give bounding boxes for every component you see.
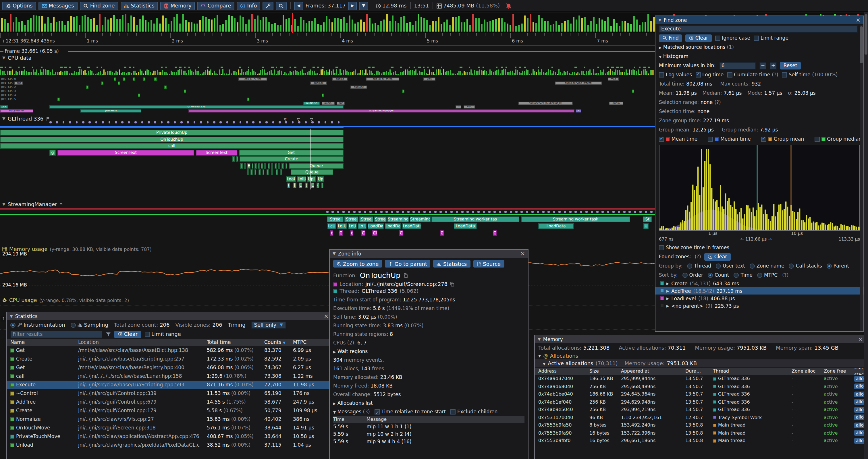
cpu-zone-chip[interactable] (154, 77, 157, 81)
log-values-checkbox[interactable]: Log values (659, 72, 692, 77)
cpu-zone-chip[interactable] (114, 77, 116, 81)
frame-bar[interactable] (377, 25, 379, 32)
message-dot[interactable] (369, 211, 371, 213)
frame-bar[interactable] (153, 24, 155, 32)
frame-bar[interactable] (237, 22, 239, 32)
limit-range-checkbox[interactable]: Limit range (754, 35, 788, 41)
message-dot[interactable] (531, 211, 533, 213)
frame-bar[interactable] (343, 17, 345, 32)
info-button[interactable]: Info (237, 1, 260, 10)
frame-bar[interactable] (645, 22, 646, 32)
message-dot[interactable] (108, 121, 110, 123)
message-dot[interactable] (456, 211, 458, 213)
message-dot[interactable] (239, 121, 241, 123)
frame-bar[interactable] (139, 19, 141, 32)
frame-menu-button[interactable]: ▼ (359, 1, 368, 10)
timeline-zone[interactable]: Strea (344, 217, 359, 222)
frame-bar[interactable] (222, 24, 224, 32)
frame-bar[interactable] (398, 23, 399, 32)
frame-bar[interactable] (576, 20, 577, 32)
copy-icon[interactable] (403, 273, 408, 277)
frame-bar[interactable] (59, 21, 60, 32)
timeline-zone[interactable]: Streaming worker tas (431, 217, 519, 222)
timeline-zone[interactable] (250, 169, 253, 175)
main-scrollbar-thumb[interactable] (865, 14, 867, 55)
sort-by-radio[interactable]: Order (682, 272, 703, 278)
statistics-table-row[interactable]: AddTree jni/../jni/src/guif/Control.cpp:… (7, 398, 332, 406)
cpu-zone-chip[interactable]: audios (332, 77, 347, 81)
find-zone-search-input[interactable] (659, 25, 858, 32)
message-dot[interactable] (298, 121, 300, 123)
frame-bar[interactable] (33, 15, 34, 32)
frame-bar[interactable] (21, 21, 23, 32)
allocations-list-expander[interactable]: ▶ Allocations list (330, 399, 528, 407)
timeline-zone[interactable] (244, 163, 246, 169)
timeline-zone[interactable]: ( (316, 183, 319, 188)
timeline-zone[interactable] (262, 169, 264, 175)
timeline-zone[interactable]: LoadData (454, 223, 477, 229)
tools-button[interactable] (263, 1, 274, 10)
message-dot[interactable] (526, 211, 528, 213)
frame-bar[interactable] (130, 15, 132, 32)
timeline-zone[interactable] (280, 169, 282, 175)
frame-bar[interactable] (67, 21, 69, 32)
min-bin-input[interactable] (719, 62, 756, 69)
allocation-row[interactable]: 0x74a9d37040 186.35 KB 295,999,844ns 13:… (535, 375, 866, 383)
frame-bar[interactable] (208, 19, 210, 32)
frame-bar[interactable] (1, 18, 3, 32)
next-frame-button[interactable]: ▶ (348, 1, 357, 10)
statistics-titlebar[interactable]: ▼ Statistics × (7, 312, 332, 320)
cpu-zone-chip[interactable]: GLT (0, 105, 8, 108)
frame-bar[interactable] (515, 26, 517, 32)
message-dot[interactable] (220, 121, 222, 123)
frame-bar[interactable] (76, 16, 78, 32)
goto-frame-button[interactable] (276, 1, 287, 10)
find-zone-button[interactable]: Find zone (80, 1, 118, 10)
message-dot[interactable] (279, 121, 281, 123)
message-dot[interactable] (429, 211, 431, 213)
timeline-zone[interactable]: LoU (348, 223, 357, 229)
frame-bar[interactable] (466, 19, 468, 32)
frame-bar[interactable] (535, 23, 537, 32)
ignore-case-checkbox[interactable]: Ignore case (715, 35, 750, 41)
frame-bar[interactable] (151, 20, 152, 32)
allocation-row[interactable]: 0x7553b9fa50 8 bytes 153,492,240ns 13:50… (535, 421, 866, 429)
frame-bar[interactable] (329, 19, 330, 32)
frame-bar[interactable] (248, 20, 250, 32)
frame-bar[interactable] (561, 23, 563, 32)
timeline-zone[interactable]: LoadDaU (385, 223, 401, 229)
allocations-table-header[interactable]: Address Size Appeared at Dura... Thread … (535, 368, 866, 375)
frame-bar[interactable] (627, 23, 629, 32)
timeline-zone[interactable] (275, 163, 277, 169)
statistics-table-row[interactable]: Create jni/../jni/src/guif/Control.cpp:1… (7, 406, 332, 415)
find-button[interactable]: Find (659, 34, 682, 42)
go-to-parent-button[interactable]: ↑Go to parent (385, 260, 431, 267)
frame-bar[interactable] (242, 17, 244, 32)
prev-frame-button[interactable]: ◀ (294, 1, 303, 10)
timeline-zone[interactable]: LoadData (538, 223, 574, 229)
message-row[interactable]: 5.59 smip 9 w 4 h 4 (16) (330, 438, 528, 446)
frame-bar[interactable] (349, 15, 350, 32)
frame-bar[interactable] (383, 20, 385, 32)
message-dot[interactable] (650, 211, 652, 213)
timeline-zone[interactable]: Streaming worker task (521, 217, 630, 222)
message-dot[interactable] (575, 211, 577, 213)
cpu-zone-chip[interactable] (133, 77, 135, 81)
zone-source-button[interactable]: Source (473, 260, 504, 267)
message-dot[interactable] (75, 121, 78, 123)
frame-bar[interactable] (395, 21, 396, 32)
cpu-zone-chip[interactable]: cds (423, 77, 435, 81)
frame-bar[interactable] (262, 17, 264, 32)
statistics-button[interactable]: Statistics (120, 1, 158, 10)
frame-bar[interactable] (82, 16, 83, 32)
timeline-zone[interactable]: [ (293, 183, 297, 188)
message-dot[interactable] (623, 211, 625, 213)
found-zone-row[interactable]: ▶ AddTree (18,542) 227.19 ms (655, 287, 863, 295)
sort-by-radio[interactable]: Time (734, 272, 752, 278)
cumulate-time-checkbox[interactable]: Cumulate time(?) (727, 72, 778, 77)
frame-bar[interactable] (337, 18, 339, 32)
frame-bar[interactable] (234, 19, 236, 32)
message-dot[interactable] (305, 121, 307, 123)
frame-bar[interactable] (610, 26, 612, 32)
frame-bar[interactable] (647, 14, 649, 32)
